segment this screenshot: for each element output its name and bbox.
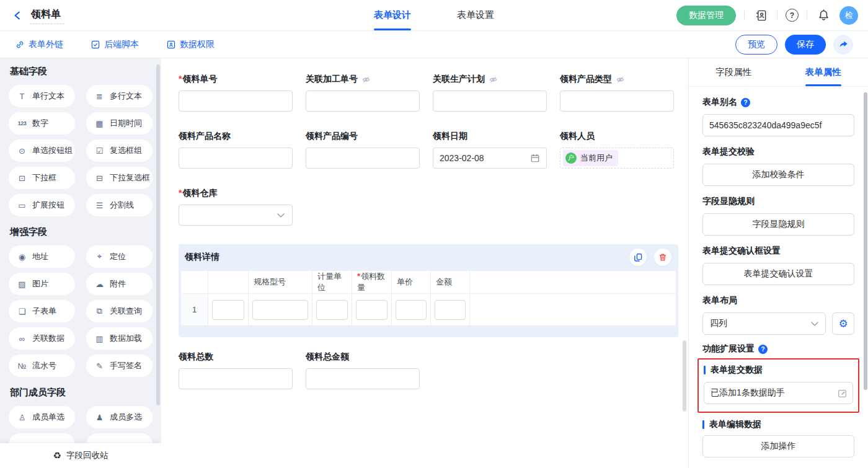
submit-confirm-button[interactable]: 表单提交确认设置 (702, 263, 854, 285)
form-field-product-name[interactable]: 领料产品名称 (179, 130, 293, 169)
field-input[interactable] (179, 91, 293, 112)
field-input[interactable] (179, 368, 293, 389)
form-field-warehouse[interactable]: 领料仓库 (179, 187, 293, 226)
data-permission-link[interactable]: 数据权限 (166, 39, 215, 50)
save-button[interactable]: 保存 (785, 35, 826, 55)
field-checkbox-group[interactable]: ☑ 复选框组 (86, 139, 153, 162)
edit-icon[interactable] (837, 388, 848, 399)
field-label: 复选框组 (110, 145, 142, 156)
field-radio-group[interactable]: ⊙ 单选按钮组 (9, 139, 75, 162)
add-validation-button[interactable]: 添加校验条件 (702, 164, 854, 186)
form-title[interactable]: 领料单 (30, 7, 64, 24)
form-field-product-code[interactable]: 领料产品编号 (306, 130, 420, 169)
add-operation-button[interactable]: 添加操作 (702, 435, 854, 457)
field-attachment[interactable]: ☁ 附件 (86, 273, 153, 295)
subform-cell-input[interactable] (356, 300, 388, 320)
field-label: 关联加工单号 (306, 74, 358, 85)
submit-data-value-box[interactable]: 已添加1条数据助手 (704, 382, 853, 404)
field-input[interactable] (560, 91, 674, 112)
field-serial-number[interactable]: № 流水号 (9, 355, 75, 377)
layout-settings-button[interactable]: ⚙ (832, 312, 854, 335)
field-lookup-query[interactable]: ⧉ 关联查询 (86, 300, 153, 322)
subform-block[interactable]: 领料详情 (179, 244, 678, 337)
field-label: 领料产品名称 (179, 131, 231, 142)
field-label: 数字 (32, 118, 48, 129)
field-input[interactable] (433, 91, 547, 112)
tab-form-design[interactable]: 表单设计 (374, 0, 411, 30)
field-select[interactable]: ⊡ 下拉框 (9, 167, 75, 189)
field-single-line-text[interactable]: T 单行文本 (9, 85, 75, 107)
field-subform[interactable]: ❏ 子表单 (9, 300, 75, 322)
subform-cell-input[interactable] (252, 300, 308, 320)
canvas-scrollbar[interactable] (683, 340, 686, 412)
field-input[interactable] (306, 368, 420, 389)
field-datetime[interactable]: ▦ 日期时间 (86, 112, 153, 135)
field-divider-line[interactable]: ☰ 分割线 (86, 194, 153, 216)
field-label: 图片 (32, 278, 48, 289)
field-multi-line-text[interactable]: ≣ 多行文本 (86, 85, 153, 107)
share-button[interactable] (833, 35, 853, 55)
field-number[interactable]: 123 数字 (9, 112, 75, 135)
column-header-quantity: 领料数量 (352, 271, 392, 294)
subform-header-row: 规格型号 计量单位 领料数量 单价 金额 (181, 271, 676, 294)
member-tag[interactable]: 户 当前用户 (563, 150, 618, 166)
field-input[interactable] (179, 148, 293, 169)
form-layout-label: 表单布局 (702, 295, 737, 306)
field-member-multi[interactable]: ♟ 成员多选 (86, 406, 153, 428)
subform-cell-input[interactable] (316, 300, 348, 320)
field-signature[interactable]: ✎ 手写签名 (86, 355, 153, 377)
field-label: 分割线 (110, 200, 134, 211)
date-input[interactable]: 2023-02-08 (433, 148, 547, 169)
preview-button[interactable]: 预览 (735, 35, 777, 55)
copy-subform-button[interactable] (629, 249, 647, 266)
field-input[interactable] (306, 148, 420, 169)
field-label: 领料单号 (179, 74, 217, 85)
field-member-single[interactable]: ♙ 成员单选 (9, 406, 75, 428)
tab-field-properties[interactable]: 字段属性 (689, 58, 779, 86)
data-manage-button[interactable]: 数据管理 (676, 6, 736, 25)
warehouse-select[interactable] (179, 205, 293, 226)
alias-help-icon[interactable]: ? (741, 98, 750, 107)
form-field-total-amount[interactable]: 领料总金额 (306, 351, 420, 389)
form-field-production-plan[interactable]: 关联生产计划 (433, 73, 547, 112)
field-address[interactable]: ◉ 地址 (9, 245, 75, 268)
form-field-material-person[interactable]: 领料人员 户 当前用户 (560, 130, 674, 169)
tab-form-properties[interactable]: 表单属性 (779, 58, 868, 86)
subform-cell-input[interactable] (435, 300, 466, 320)
field-multi-select[interactable]: ⊟ 下拉复选框 (86, 167, 153, 189)
form-field-process-order[interactable]: 关联加工单号 (306, 73, 420, 112)
subform-cell-input[interactable] (396, 300, 427, 320)
field-location[interactable]: ⌖ 定位 (86, 245, 153, 268)
member-tag-label: 当前用户 (580, 152, 613, 164)
tab-form-settings[interactable]: 表单设置 (457, 0, 494, 30)
backend-script-link[interactable]: 后端脚本 (91, 39, 139, 50)
user-avatar[interactable]: 检 (839, 6, 858, 25)
help-icon[interactable]: ? (786, 9, 799, 22)
subform-cell-input[interactable] (212, 300, 244, 320)
column-header-spec: 规格型号 (249, 271, 312, 294)
panel-scrollbar[interactable] (864, 92, 867, 390)
layout-select[interactable]: 四列 (702, 312, 826, 335)
form-field-product-type[interactable]: 领料产品类型 (560, 73, 674, 112)
form-alias-input[interactable] (702, 114, 854, 136)
field-extend-button[interactable]: ▭ 扩展按钮 (9, 194, 75, 216)
form-field-total-quantity[interactable]: 领料总数 (179, 351, 293, 389)
bell-icon[interactable] (815, 7, 831, 24)
back-button[interactable] (10, 7, 26, 24)
field-input[interactable] (306, 91, 420, 112)
extension-settings-section: 功能扩展设置 ? (702, 343, 854, 355)
extension-help-icon[interactable]: ? (758, 345, 768, 354)
field-recycle-bin[interactable]: ♻ 字段回收站 (0, 443, 161, 468)
contact-book-icon[interactable] (753, 7, 769, 24)
sidebar-scrollbar[interactable] (156, 64, 160, 405)
delete-subform-button[interactable] (654, 249, 671, 266)
field-linked-data[interactable]: ∞ 关联数据 (9, 327, 75, 350)
member-input[interactable]: 户 当前用户 (560, 148, 674, 169)
field-data-load[interactable]: ▥ 数据加载 (86, 327, 153, 350)
form-external-link[interactable]: 表单外链 (15, 39, 63, 50)
date-value: 2023-02-08 (440, 153, 484, 163)
form-field-material-date[interactable]: 领料日期 2023-02-08 (433, 130, 547, 169)
form-field-material-no[interactable]: 领料单号 (179, 73, 293, 112)
field-image[interactable]: ▨ 图片 (9, 273, 75, 295)
field-visibility-button[interactable]: 字段显隐规则 (702, 213, 854, 236)
